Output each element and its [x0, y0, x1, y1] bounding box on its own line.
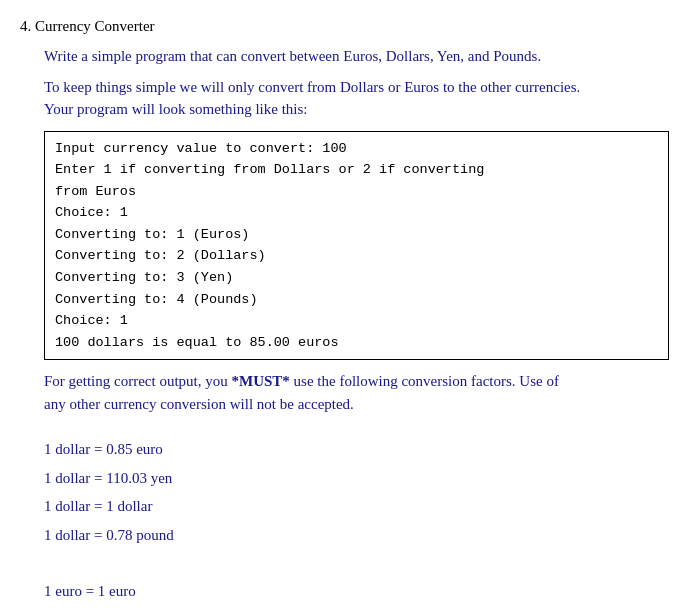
- code-example-box: Input currency value to convert: 100 Ent…: [44, 131, 669, 361]
- section-number: 4. Currency Converter: [20, 18, 155, 34]
- code-line-6: Converting to: 2 (Dollars): [55, 245, 658, 267]
- code-line-7: Converting to: 3 (Yen): [55, 267, 658, 289]
- euro-conversion-table: 1 euro = 1 euro 1 euro = 129.47 yen 1 eu…: [44, 577, 679, 610]
- euro-conv-2: 1 euro = 129.47 yen: [44, 606, 679, 610]
- dollar-conv-4: 1 dollar = 0.78 pound: [44, 521, 679, 550]
- code-line-8: Converting to: 4 (Pounds): [55, 289, 658, 311]
- code-line-4: Choice: 1: [55, 202, 658, 224]
- dollar-conv-2: 1 dollar = 110.03 yen: [44, 464, 679, 493]
- code-line-10: 100 dollars is equal to 85.00 euros: [55, 332, 658, 354]
- dollar-conversion-table: 1 dollar = 0.85 euro 1 dollar = 110.03 y…: [44, 435, 679, 549]
- dollar-conv-1: 1 dollar = 0.85 euro: [44, 435, 679, 464]
- code-line-3: from Euros: [55, 181, 658, 203]
- description-line2: Your program will look something like th…: [44, 101, 307, 117]
- code-line-9: Choice: 1: [55, 310, 658, 332]
- note-paragraph: For getting correct output, you *MUST* u…: [44, 370, 679, 415]
- section-header: 4. Currency Converter: [20, 18, 679, 35]
- code-line-1: Input currency value to convert: 100: [55, 138, 658, 160]
- note-line1: For getting correct output, you *MUST* u…: [44, 373, 559, 389]
- description-line1: To keep things simple we will only conve…: [44, 79, 580, 95]
- note-line2: any other currency conversion will not b…: [44, 396, 354, 412]
- description-paragraph: To keep things simple we will only conve…: [44, 76, 679, 121]
- code-line-2: Enter 1 if converting from Dollars or 2 …: [55, 159, 658, 181]
- intro-paragraph: Write a simple program that can convert …: [44, 45, 679, 68]
- code-line-5: Converting to: 1 (Euros): [55, 224, 658, 246]
- dollar-conv-3: 1 dollar = 1 dollar: [44, 492, 679, 521]
- euro-conv-1: 1 euro = 1 euro: [44, 577, 679, 606]
